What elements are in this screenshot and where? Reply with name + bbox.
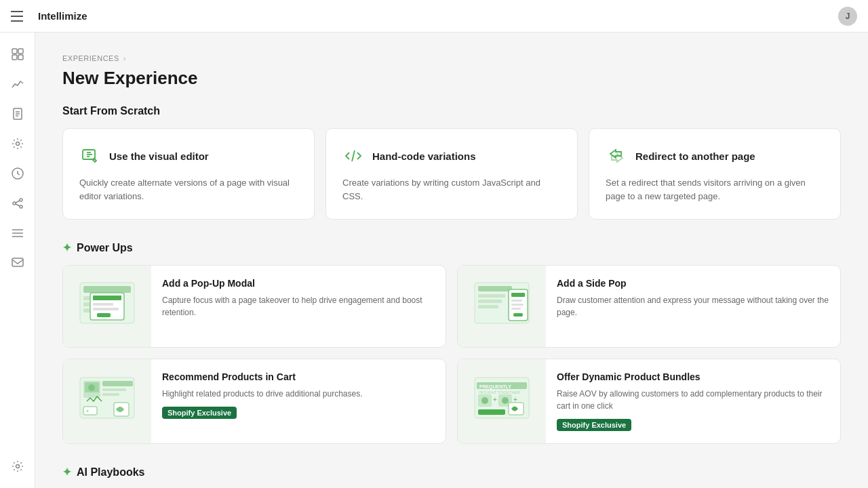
playbooks-label: AI Playbooks	[77, 466, 144, 479]
playbooks-section-title: ✦ AI Playbooks	[62, 466, 841, 479]
side-pop-title: Add a Side Pop	[557, 278, 829, 289]
visual-editor-desc: Quickly create alternate versions of a p…	[79, 176, 298, 203]
main-content: EXPERIENCES › New Experience Start From …	[35, 33, 868, 488]
breadcrumb-separator: ›	[123, 54, 126, 62]
svg-rect-43	[511, 300, 522, 302]
svg-rect-35	[97, 313, 111, 317]
sidebar-item-settings[interactable]	[4, 453, 31, 480]
playbooks-icon: ✦	[62, 466, 71, 479]
recommend-products-badge: Shopify Exclusive	[162, 407, 237, 419]
sidebar-item-documents[interactable]	[4, 100, 31, 127]
redirect-icon	[606, 145, 627, 167]
app-logo: Intellimize	[38, 10, 87, 22]
svg-rect-53	[102, 393, 119, 396]
breadcrumb: EXPERIENCES ›	[62, 54, 841, 62]
svg-rect-45	[511, 308, 521, 310]
avatar[interactable]: J	[838, 7, 857, 26]
topbar: Intellimize J	[0, 0, 868, 33]
sidebar-item-messages[interactable]	[4, 249, 31, 277]
svg-point-8	[16, 142, 19, 146]
breadcrumb-link[interactable]: EXPERIENCES	[62, 54, 119, 62]
side-pop-card[interactable]: Add a Side Pop Draw customer attention a…	[457, 265, 841, 348]
visual-editor-card[interactable]: Use the visual editor Quickly create alt…	[62, 128, 315, 220]
side-pop-desc: Draw customer attention and express your…	[557, 294, 829, 319]
svg-rect-37	[478, 286, 512, 291]
recommend-products-card[interactable]: + Recommend Products in Cart Highlight r…	[62, 359, 446, 444]
svg-rect-38	[478, 294, 505, 298]
svg-rect-54	[83, 407, 97, 415]
hand-code-card[interactable]: Hand-code variations Create variations b…	[326, 128, 578, 220]
sidebar-item-analytics[interactable]	[4, 70, 31, 98]
powerups-icon: ✦	[62, 241, 71, 254]
recommend-products-desc: Highlight related products to drive addi…	[162, 388, 363, 400]
svg-rect-27	[83, 286, 131, 293]
product-bundles-desc: Raise AOV by allowing customers to add c…	[557, 388, 829, 412]
svg-rect-3	[18, 55, 23, 60]
svg-point-20	[16, 465, 19, 468]
sidebar-item-connections[interactable]	[4, 190, 31, 217]
svg-rect-1	[18, 49, 23, 54]
svg-line-13	[16, 201, 20, 203]
svg-rect-39	[478, 300, 502, 303]
scratch-section-title: Start From Scratch	[62, 105, 841, 117]
product-bundles-badge: Shopify Exclusive	[557, 419, 631, 431]
svg-rect-42	[511, 293, 525, 297]
svg-rect-46	[513, 313, 523, 317]
svg-point-65	[502, 397, 509, 404]
svg-line-14	[16, 204, 20, 206]
hand-code-title: Hand-code variations	[372, 150, 476, 162]
recommend-products-image: +	[63, 359, 151, 443]
svg-rect-52	[102, 388, 126, 391]
product-bundles-title: Offer Dynamic Product Bundles	[557, 371, 829, 382]
svg-point-11	[20, 199, 22, 201]
svg-rect-40	[478, 305, 498, 308]
scratch-section-label: Start From Scratch	[62, 105, 160, 117]
sidebar-item-dashboard[interactable]	[4, 41, 31, 68]
menu-button[interactable]	[11, 7, 30, 26]
svg-text:+: +	[513, 396, 517, 403]
powerup-cards-container: Add a Pop-Up Modal Capture focus with a …	[62, 265, 841, 444]
svg-point-62	[481, 397, 488, 404]
svg-rect-68	[478, 409, 505, 415]
popup-modal-title: Add a Pop-Up Modal	[162, 278, 435, 289]
product-bundles-card[interactable]: FREQUENTLY BOUGHT TOGETHER + + Offer Dyn…	[457, 359, 841, 444]
svg-rect-32	[93, 296, 121, 300]
svg-point-12	[20, 205, 22, 208]
scratch-cards-container: Use the visual editor Quickly create alt…	[62, 128, 841, 220]
popup-modal-card[interactable]: Add a Pop-Up Modal Capture focus with a …	[62, 265, 446, 348]
sidebar	[0, 33, 35, 488]
side-pop-image	[458, 266, 546, 347]
svg-text:+: +	[493, 396, 497, 403]
svg-rect-2	[12, 55, 17, 60]
hand-code-icon	[342, 145, 364, 167]
svg-rect-34	[93, 308, 119, 310]
svg-rect-44	[511, 304, 524, 306]
redirect-title: Redirect to another page	[635, 150, 755, 162]
svg-rect-51	[102, 381, 133, 386]
sidebar-item-gear[interactable]	[4, 130, 31, 157]
visual-editor-title: Use the visual editor	[109, 150, 209, 162]
svg-text:BOUGHT TOGETHER: BOUGHT TOGETHER	[479, 390, 521, 394]
product-bundles-image: FREQUENTLY BOUGHT TOGETHER + +	[458, 359, 546, 443]
sidebar-item-history[interactable]	[4, 160, 31, 187]
svg-rect-0	[12, 49, 17, 54]
svg-line-25	[352, 150, 355, 161]
hand-code-desc: Create variations by writing custom Java…	[342, 176, 561, 203]
svg-text:FREQUENTLY: FREQUENTLY	[479, 384, 511, 390]
svg-text:+: +	[86, 409, 89, 413]
visual-editor-icon	[79, 145, 101, 167]
page-title: New Experience	[62, 68, 841, 89]
sidebar-item-list[interactable]	[4, 220, 31, 247]
powerups-section-title: ✦ Power Ups	[62, 241, 841, 254]
popup-modal-image	[63, 266, 151, 347]
svg-rect-19	[12, 258, 23, 266]
popup-modal-desc: Capture focus with a page takeover to he…	[162, 294, 435, 319]
recommend-products-title: Recommend Products in Cart	[162, 371, 363, 382]
powerups-label: Power Ups	[77, 242, 133, 254]
svg-rect-33	[93, 303, 113, 306]
redirect-desc: Set a redirect that sends visitors arriv…	[606, 176, 824, 203]
redirect-card[interactable]: Redirect to another page Set a redirect …	[589, 128, 841, 220]
svg-point-10	[13, 202, 16, 205]
svg-point-50	[88, 384, 95, 391]
